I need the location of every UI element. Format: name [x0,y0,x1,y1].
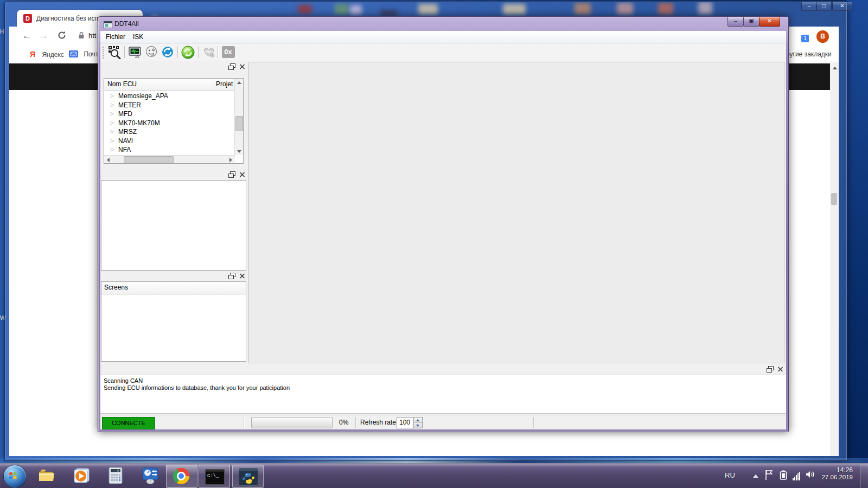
ecu-tree-item[interactable]: ▷NFA [104,146,218,155]
expand-arrow-icon[interactable]: ▷ [111,138,114,143]
tree-header[interactable]: Nom ECU Projets [104,79,243,91]
hex-mode-button[interactable]: 0x [221,45,235,60]
bookmark-yandex[interactable]: Я Яндекс [30,49,64,59]
svg-text:0: 0 [117,469,119,472]
refresh-rate-spinbox[interactable]: 100 [397,417,423,428]
chrome-maximize-button[interactable]: □ [816,2,832,11]
chrome-close-button[interactable]: ✕ [832,2,852,11]
ecu-scan-search-button[interactable] [107,45,122,60]
mdi-workspace [248,62,784,363]
chrome-minimize-button[interactable]: – [801,2,817,11]
dock-float-icon[interactable] [228,63,235,70]
tray-clock[interactable]: 14:26 27.06.2019 [817,466,853,480]
show-desktop-button[interactable] [860,464,868,488]
expand-arrow-icon[interactable]: ▷ [111,102,114,107]
zany-face-icon [144,45,158,59]
expand-arrow-icon[interactable]: ▷ [111,93,114,98]
dock-close-icon[interactable] [239,273,246,279]
start-button[interactable] [3,465,27,488]
taskbar-python-app[interactable] [232,465,264,488]
tray-show-hidden-icon[interactable] [753,474,758,478]
tree-hscrollbar[interactable] [104,155,235,163]
spin-down-button[interactable] [413,423,422,428]
volume-icon[interactable] [805,470,815,481]
log-line: Scanning CAN [104,377,786,384]
profile-avatar[interactable]: B [816,30,829,43]
app-statusbar: CONNECTE 0% Refresh rate: 100 [100,415,786,429]
app-restore-button[interactable]: ▣ [743,17,760,27]
battery-icon[interactable] [780,470,787,482]
control-panel-icon [141,467,159,484]
ecu-tree-item[interactable]: ▷MFD [104,110,218,119]
desktop: H W – □ ✕ D Диагностика без испо ✕ [0,0,868,488]
dock-close-icon[interactable] [777,366,784,373]
ecu-tree-widget: Nom ECU Projets ▷Memosiege_APA ▷METER ▷M… [104,78,244,164]
app-minimize-button[interactable]: – [727,17,744,27]
taskbar-calculator[interactable]: 0 [108,467,123,486]
url-text[interactable]: htt [88,31,96,40]
expand-arrow-icon[interactable]: ▷ [111,129,114,134]
extension-badge[interactable]: 1 [801,35,809,42]
dock-close-icon[interactable] [239,63,246,70]
taskbar-command-prompt[interactable]: C:\_ [199,465,230,488]
tree-vscrollbar-thumb[interactable] [235,116,243,131]
ecu-tree-item[interactable]: ▷NAVI [104,137,218,146]
connection-status-button[interactable]: CONNECTE [102,417,155,429]
reload-icon[interactable] [57,30,67,42]
toolbar-drag-handle[interactable] [102,46,105,59]
app-toolbar: 0x [100,43,786,62]
dock-float-icon[interactable] [767,366,774,373]
screen-monitor-button[interactable] [127,45,142,60]
add-favorite-heart-button[interactable] [201,45,216,60]
ecu-tree-item[interactable]: ▷MRSZ [104,128,218,137]
forward-icon[interactable]: → [39,30,48,41]
dock-titlebar [100,170,247,179]
taskbar-control-panel[interactable] [141,467,159,486]
action-center-flag-icon[interactable] [765,470,773,483]
back-icon[interactable]: ← [22,30,31,41]
page-scrollbar-thumb[interactable] [831,193,837,205]
expert-face-button[interactable] [144,45,158,60]
calculator-icon: 0 [108,467,123,484]
other-bookmarks-label[interactable]: ругие закладки [786,50,832,58]
expand-arrow-icon[interactable]: ▷ [111,111,114,116]
lock-icon[interactable] [78,31,85,41]
ecu-tree-item[interactable]: ▷MK70-MK70M [104,119,218,128]
progress-percent: 0% [339,419,348,426]
qr-search-icon [107,45,122,59]
page-scrollbar[interactable] [830,62,839,456]
tree-hscrollbar-thumb[interactable] [124,156,174,163]
refresh-blue-button[interactable] [160,45,175,60]
screens-header[interactable]: Screens [101,282,246,294]
windows-flag-icon [9,471,21,481]
expand-arrow-icon[interactable]: ▷ [111,147,114,152]
screens-dock-panel: Screens [100,271,247,362]
expand-arrow-icon[interactable]: ▷ [111,120,114,125]
dock-close-icon[interactable] [239,171,246,178]
monitor-pulse-icon [128,45,142,59]
tab-favicon-letter: D [23,14,32,23]
network-signal-icon[interactable] [793,471,801,480]
heart-pulse-icon [202,45,216,59]
reload-green-button[interactable] [181,45,195,60]
menu-isk[interactable]: ISK [131,33,145,41]
dock-float-icon[interactable] [228,273,235,279]
tree-vscrollbar[interactable] [234,79,243,155]
log-output: Scanning CAN Sending ECU informations to… [100,375,786,414]
ecu-tree-item[interactable]: ▷METER [104,101,218,110]
clock-date: 27.06.2019 [817,474,853,480]
spin-up-button[interactable] [413,418,422,423]
taskbar-explorer[interactable] [38,468,56,485]
taskbar-chrome[interactable] [166,465,197,488]
media-player-icon [73,467,91,484]
dock-float-icon[interactable] [228,171,235,178]
dock-titlebar [100,62,247,72]
tray-language[interactable]: RU [725,471,735,479]
ecu-tree-item[interactable]: ▷Memosiege_APA [104,92,218,101]
refresh-blue-icon [161,45,175,59]
chrome-logo-icon [173,468,189,484]
menu-dots-icon[interactable]: ⋮ [837,30,845,40]
taskbar-media-player[interactable] [73,467,91,486]
app-close-button[interactable]: ✕ [759,17,780,27]
menu-fichier[interactable]: Fichier [104,33,127,41]
